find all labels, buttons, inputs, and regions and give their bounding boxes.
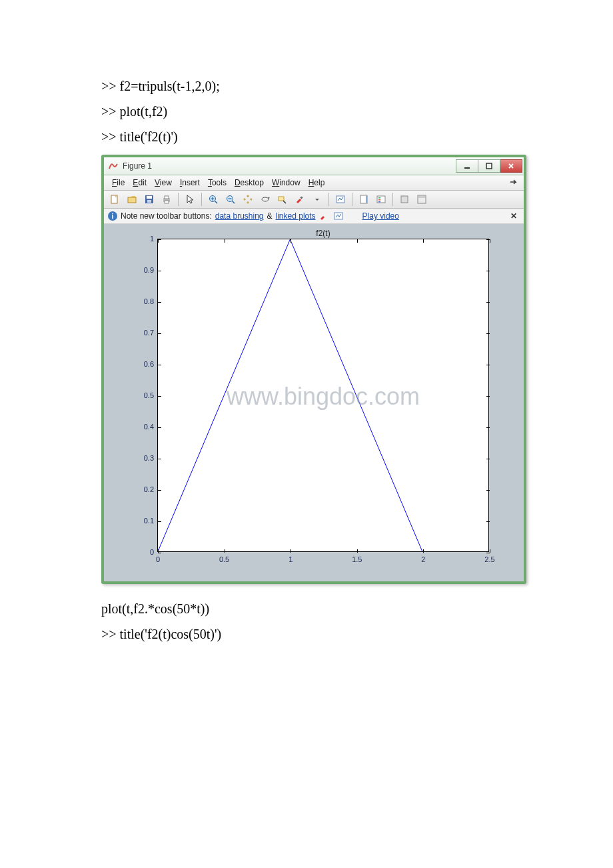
maximize-button[interactable] xyxy=(478,159,500,173)
hide-tools-icon[interactable] xyxy=(396,191,412,207)
x-tick-label: 1 xyxy=(283,555,299,563)
legend-icon[interactable] xyxy=(373,191,389,207)
plot-line xyxy=(158,239,488,551)
y-tick-label: 0.4 xyxy=(137,423,154,431)
svg-rect-6 xyxy=(147,200,151,203)
y-tick-label: 0.6 xyxy=(137,360,154,368)
minimize-button[interactable] xyxy=(456,159,478,173)
plot-title: f2(t) xyxy=(158,229,488,238)
show-tools-icon[interactable] xyxy=(414,191,430,207)
titlebar: Figure 1 xyxy=(104,157,524,175)
code-line: >> f2=tripuls(t-1,2,0); xyxy=(101,73,514,99)
open-icon[interactable] xyxy=(124,191,140,207)
matlab-logo-icon xyxy=(108,161,119,171)
x-tick-label: 2.5 xyxy=(482,555,498,563)
y-tick-label: 1 xyxy=(137,235,154,243)
menubar: FileEditViewInsertToolsDesktopWindowHelp xyxy=(104,175,524,191)
colorbar-icon[interactable] xyxy=(356,191,372,207)
code-line: >> title('f2(t)cos(50t)') xyxy=(101,621,514,647)
svg-rect-19 xyxy=(378,199,380,201)
x-tick-label: 0.5 xyxy=(217,555,233,563)
close-button[interactable] xyxy=(500,159,522,173)
note-close-icon[interactable]: ✕ xyxy=(508,211,520,221)
axes[interactable]: f2(t) www.bingdoc.com 00.10.20.30.40.50.… xyxy=(157,239,489,552)
svg-rect-13 xyxy=(300,196,303,199)
svg-rect-17 xyxy=(377,196,385,203)
plot-area: f2(t) www.bingdoc.com 00.10.20.30.40.50.… xyxy=(104,224,524,581)
menu-desktop[interactable]: Desktop xyxy=(231,178,268,187)
save-icon[interactable] xyxy=(141,191,157,207)
linked-plots-link[interactable]: linked plots xyxy=(276,211,316,221)
svg-rect-9 xyxy=(165,201,169,203)
menu-file[interactable]: File xyxy=(108,178,129,187)
brush-menu-icon[interactable] xyxy=(309,191,325,207)
window-title: Figure 1 xyxy=(123,161,456,171)
svg-rect-20 xyxy=(378,201,380,203)
rotate-3d-icon[interactable] xyxy=(257,191,273,207)
svg-rect-23 xyxy=(418,196,425,198)
svg-rect-1 xyxy=(486,163,492,169)
svg-rect-0 xyxy=(464,167,470,169)
menu-insert[interactable]: Insert xyxy=(176,178,204,187)
new-figure-icon[interactable] xyxy=(107,191,123,207)
svg-rect-21 xyxy=(401,196,408,203)
link-mini-icon xyxy=(333,212,344,220)
svg-rect-8 xyxy=(165,196,169,199)
y-tick-label: 0.9 xyxy=(137,266,154,274)
svg-rect-3 xyxy=(128,197,136,203)
notification-bar: i Note new toolbar buttons: data brushin… xyxy=(104,209,524,224)
menu-window[interactable]: Window xyxy=(268,178,305,187)
menu-help[interactable]: Help xyxy=(305,178,329,187)
note-text: Note new toolbar buttons: xyxy=(121,211,212,221)
menu-edit[interactable]: Edit xyxy=(129,178,151,187)
zoom-in-icon[interactable] xyxy=(205,191,221,207)
print-icon[interactable] xyxy=(159,191,175,207)
svg-rect-18 xyxy=(378,197,380,199)
y-tick-label: 0.8 xyxy=(137,297,154,305)
svg-rect-5 xyxy=(147,196,152,199)
svg-rect-12 xyxy=(279,197,284,201)
y-tick-label: 0.7 xyxy=(137,329,154,337)
y-tick-label: 0.3 xyxy=(137,454,154,462)
svg-rect-16 xyxy=(366,196,367,203)
note-amp: & xyxy=(267,211,273,221)
pan-icon[interactable] xyxy=(240,191,256,207)
brush-mini-icon xyxy=(319,212,330,220)
y-tick-label: 0.5 xyxy=(137,391,154,399)
x-tick-label: 1.5 xyxy=(349,555,365,563)
y-tick-label: 0.2 xyxy=(137,485,154,493)
figure-window: Figure 1 FileEditViewInsertToolsDesktopW… xyxy=(101,155,526,584)
data-cursor-icon[interactable] xyxy=(275,191,291,207)
menu-view[interactable]: View xyxy=(151,178,176,187)
y-tick-label: 0.1 xyxy=(137,517,154,525)
x-tick-label: 0 xyxy=(150,555,166,563)
toolbar xyxy=(104,191,524,209)
zoom-out-icon[interactable] xyxy=(223,191,239,207)
link-plot-icon[interactable] xyxy=(332,191,348,207)
x-tick-label: 2 xyxy=(415,555,431,563)
code-line: >> title('f2(t)') xyxy=(101,124,514,149)
info-icon: i xyxy=(108,211,117,221)
brush-icon[interactable] xyxy=(292,191,308,207)
pointer-icon[interactable] xyxy=(182,191,198,207)
data-brushing-link[interactable]: data brushing xyxy=(215,211,264,221)
play-video-link[interactable]: Play video xyxy=(362,211,399,221)
code-line: plot(t,f2.*cos(50*t)) xyxy=(101,596,514,621)
menu-tools[interactable]: Tools xyxy=(204,178,231,187)
code-line: >> plot(t,f2) xyxy=(101,99,514,124)
dock-icon[interactable] xyxy=(506,178,520,187)
